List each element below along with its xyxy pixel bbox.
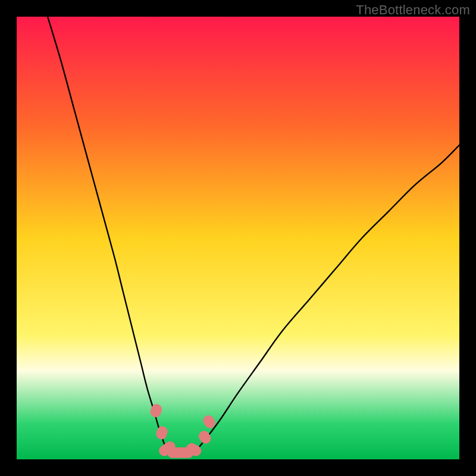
plot-area	[17, 17, 459, 459]
bottleneck-chart	[17, 17, 459, 459]
watermark-text: TheBottleneck.com	[356, 2, 470, 18]
chart-frame: TheBottleneck.com	[0, 0, 476, 476]
